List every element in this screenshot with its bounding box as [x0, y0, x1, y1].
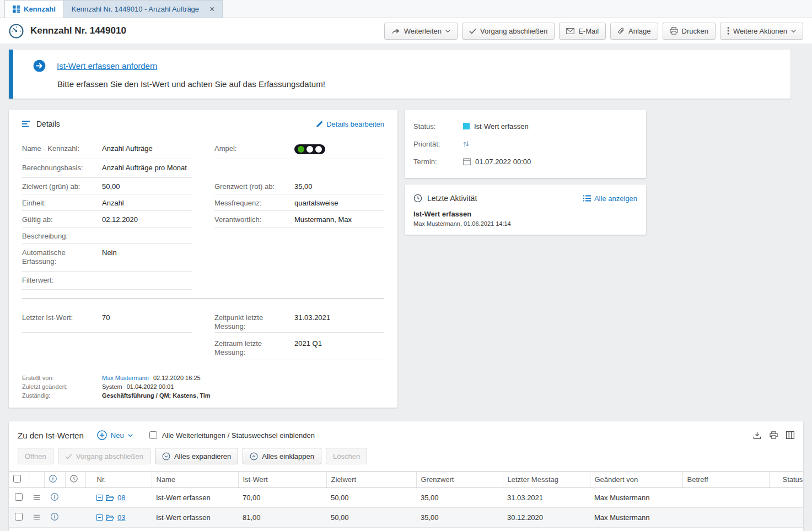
column-header-grenzwert[interactable]: Grenzwert — [416, 472, 503, 488]
alle-anzeigen-link[interactable]: Alle anzeigen — [583, 194, 637, 203]
columns-icon[interactable] — [786, 431, 794, 439]
field-label: Grenzwert (rot) ab: — [214, 182, 294, 191]
column-header-letzter-messtag[interactable]: Letzter Messtag — [503, 472, 590, 488]
ampel-traffic-light — [294, 144, 325, 154]
details-title: Details — [36, 120, 60, 128]
details-footer: Erstellt von:Max Mustermann02.12.2020 16… — [22, 373, 384, 400]
neu-button[interactable]: Neu — [97, 430, 133, 440]
tab-kennzahl[interactable]: Kennzahl — [4, 0, 63, 18]
field-label: Zielwert (grün) ab: — [22, 182, 102, 191]
envelope-icon — [566, 28, 574, 34]
field-value: Anzahl Aufträge — [102, 144, 153, 153]
details-panel: Details Details bearbeiten Name - Kennza… — [9, 110, 397, 408]
page-title: Kennzahl Nr. 1449010 — [30, 25, 126, 36]
field-row-berechnungsbasis: Berechnungsbasis: Anzahl Aufträge pro Mo… — [22, 159, 192, 178]
field-label: Automatische Erfassung: — [22, 248, 102, 266]
info-column-header — [44, 472, 65, 488]
table-row: 03 Ist-Wert erfassen 81,00 50,00 35,00 3… — [9, 508, 803, 528]
status-value: Ist-Wert erfassen — [474, 122, 529, 131]
activity-title: Letzte Aktivität — [427, 194, 477, 203]
oeffnen-button: Öffnen — [18, 448, 53, 464]
grid-icon — [13, 6, 20, 13]
field-label: Zeitraum letzte Messung: — [214, 339, 294, 357]
chevron-down-icon — [791, 30, 796, 32]
column-header-status[interactable]: Status — [769, 472, 803, 488]
print-icon[interactable] — [770, 431, 778, 439]
ampel-green-light — [298, 146, 304, 153]
download-icon[interactable] — [753, 431, 761, 439]
tab-kennzahl-detail[interactable]: Kennzahl Nr. 1449010 - Anzahl Aufträge × — [63, 0, 223, 18]
collapse-minus-icon[interactable] — [96, 514, 103, 521]
field-value: quartalsweise — [294, 199, 338, 208]
row-checkbox[interactable] — [15, 513, 23, 521]
details-right-column-bottom: Zeitpunkt letzte Messung: 31.03.2021 Zei… — [214, 307, 384, 360]
drucken-button[interactable]: Drucken — [663, 23, 716, 40]
row-checkbox[interactable] — [15, 493, 23, 501]
weiterleitungen-checkbox[interactable] — [149, 431, 157, 439]
weitere-aktionen-button[interactable]: Weitere Aktionen — [720, 23, 803, 40]
column-header-betreff[interactable]: Betreff — [682, 472, 769, 488]
email-button[interactable]: E-Mail — [559, 23, 606, 40]
workflow-notification: Ist-Wert erfassen anfordern Bitte erfass… — [9, 50, 791, 99]
drag-handle-icon[interactable] — [33, 495, 40, 500]
vorgang-abschliessen-button[interactable]: Vorgang abschließen — [462, 23, 555, 40]
column-header-zielwert[interactable]: Zielwert — [326, 472, 416, 488]
field-value: 31.03.2021 — [294, 313, 330, 322]
field-row-spacer — [214, 159, 384, 178]
details-left-column: Name - Kennzahl: Anzahl Aufträge Berechn… — [22, 137, 192, 290]
field-value: Nein — [102, 248, 117, 257]
ampel-red-light — [315, 146, 322, 153]
history-icon — [413, 194, 422, 203]
cell-grenzwert: 35,00 — [416, 488, 503, 508]
column-header-geaendert-von[interactable]: Geändert von — [590, 472, 682, 488]
column-header-name[interactable]: Name — [152, 472, 238, 488]
cell-geaendert-von: Max Mustermann — [590, 488, 682, 508]
field-row-beschreibung: Beschreibung: — [22, 227, 192, 244]
field-label: Einheit: — [22, 199, 102, 208]
drag-handle-icon[interactable] — [33, 514, 40, 520]
cell-betreff — [682, 488, 769, 508]
field-value: 70 — [102, 313, 110, 322]
collapse-minus-icon[interactable] — [96, 495, 103, 501]
erstellt-von-user-link[interactable]: Max Mustermann — [102, 375, 149, 381]
field-label: Messfrequenz: — [214, 199, 294, 208]
cell-zielwert: 50,00 — [326, 508, 416, 528]
priority-normal-icon — [463, 140, 469, 148]
letzte-aktivitaet-panel: Letzte Aktivität Alle anzeigen Ist-Wert … — [405, 185, 646, 235]
ist-wert-erfassen-anfordern-link[interactable]: Ist-Wert erfassen anfordern — [57, 61, 157, 71]
field-value: Anzahl Aufträge pro Monat — [102, 164, 187, 172]
field-row-grenzwert: Grenzwert (rot) ab: 35,00 — [214, 178, 384, 194]
alles-einklappen-button[interactable]: Alles einklappen — [243, 448, 321, 464]
field-row-letzter-ist-wert: Letzter Ist-Wert: 70 — [22, 307, 192, 333]
circle-chevron-down-icon — [162, 452, 170, 460]
table-header-row: Nr. Name Ist-Wert Zielwert Grenzwert Let… — [9, 472, 803, 488]
close-icon[interactable]: × — [209, 5, 214, 14]
details-edit-link[interactable]: Details bearbeiten — [316, 120, 384, 128]
field-label: Verantwortlich: — [214, 215, 294, 224]
column-header-nr[interactable]: Nr. — [85, 472, 152, 488]
status-row: Status: Ist-Wert erfassen — [413, 117, 637, 135]
alles-expandieren-button[interactable]: Alles expandieren — [155, 448, 238, 464]
select-all-checkbox[interactable] — [13, 475, 21, 483]
field-row-filterwert: Filterwert: — [22, 272, 192, 290]
kebab-icon — [727, 27, 729, 35]
cell-letzter-messtag: 31.03.2021 — [503, 488, 590, 508]
field-value: Anzahl — [102, 199, 124, 208]
anlage-button[interactable]: Anlage — [610, 23, 658, 40]
field-value: Mustermann, Max — [294, 215, 352, 224]
info-icon[interactable] — [51, 493, 58, 501]
weiterleiten-button[interactable]: Weiterleiten — [384, 23, 458, 40]
field-value: 02.12.2020 — [102, 215, 138, 224]
cell-betreff — [682, 508, 769, 528]
termin-row: Termin: 01.07.2022 00:00 — [413, 153, 637, 170]
forward-icon — [391, 28, 400, 35]
cell-name: Ist-Wert erfassen — [152, 488, 238, 508]
column-header-ist-wert[interactable]: Ist-Wert — [238, 472, 326, 488]
deadline-column-header — [65, 472, 85, 488]
row-nr-link[interactable]: 08 — [117, 494, 125, 502]
row-nr-link[interactable]: 03 — [117, 513, 125, 522]
field-label: Filterwert: — [22, 276, 102, 285]
pencil-icon — [316, 121, 323, 128]
info-icon[interactable] — [51, 513, 58, 521]
field-label: Ampel: — [214, 144, 294, 153]
